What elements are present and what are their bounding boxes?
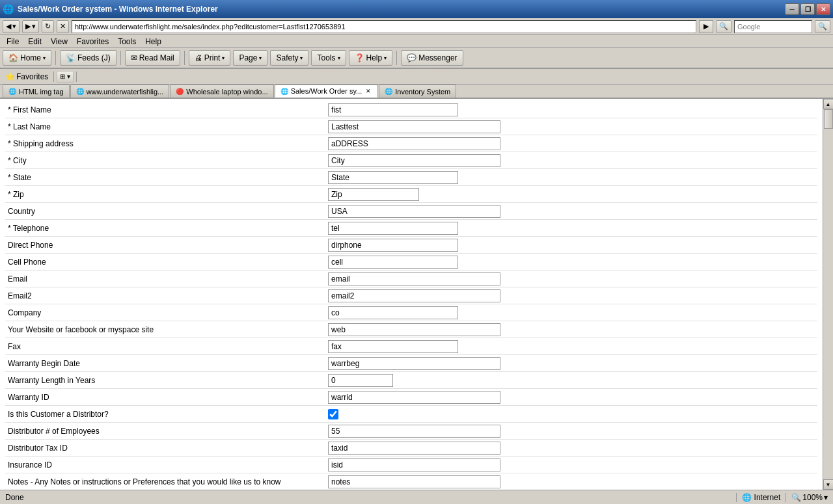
- security-zone: 🌐 Internet: [736, 493, 781, 502]
- messenger-button[interactable]: 💬 Messenger: [401, 50, 463, 66]
- field-input[interactable]: [328, 205, 500, 218]
- menu-file[interactable]: File: [3, 36, 23, 47]
- tab-sales-work-order[interactable]: 🌐 Sales/Work Order sy... ✕: [275, 85, 379, 98]
- field-input[interactable]: [328, 171, 458, 184]
- separator-3: [184, 51, 185, 65]
- home-button[interactable]: 🏠 Home ▾: [3, 50, 51, 66]
- field-input[interactable]: [328, 120, 500, 133]
- tab-sales-icon: 🌐: [280, 88, 288, 95]
- field-input[interactable]: [328, 374, 393, 387]
- tab-html-img-label: HTML img tag: [19, 88, 64, 96]
- safety-dropdown-arrow: ▾: [300, 55, 303, 61]
- field-input[interactable]: [328, 222, 458, 235]
- search-go-button[interactable]: 🔍: [815, 20, 830, 33]
- go-button[interactable]: ▶: [699, 20, 713, 33]
- feeds-button[interactable]: 📡 Feeds (J): [60, 50, 116, 66]
- refresh-button[interactable]: ↻: [42, 20, 54, 33]
- field-input[interactable]: [328, 188, 419, 201]
- messenger-icon: 💬: [407, 53, 416, 62]
- tab-html-img-icon: 🌐: [8, 88, 16, 95]
- tab-underwaterfishlig[interactable]: 🌐 www.underwaterfishlig...: [70, 85, 170, 98]
- minimize-button[interactable]: ─: [785, 3, 799, 15]
- tab-inventory[interactable]: 🌐 Inventory System: [379, 85, 456, 98]
- field-input[interactable]: [328, 442, 500, 455]
- help-button[interactable]: ❓ Help ▾: [349, 50, 393, 66]
- window-title: Sales/Work Order system - Windows Intern…: [18, 5, 785, 14]
- field-input[interactable]: [328, 323, 500, 336]
- favorites-button[interactable]: ⭐ Favorites: [3, 71, 51, 83]
- tools-button[interactable]: Tools ▾: [311, 50, 346, 66]
- form-row: Fax: [5, 338, 817, 355]
- back-button[interactable]: ◀ ▾: [3, 20, 20, 33]
- zoom-control[interactable]: 🔍 100% ▾: [785, 493, 828, 502]
- stop-button[interactable]: ✕: [57, 20, 69, 33]
- restore-button[interactable]: ❐: [800, 3, 815, 15]
- page-button[interactable]: Page ▾: [233, 50, 267, 66]
- field-label: Distributor # of Employees: [5, 425, 328, 438]
- form-row: Warranty Begin Date: [5, 355, 817, 372]
- field-input[interactable]: [328, 256, 458, 269]
- safety-button[interactable]: Safety ▾: [270, 50, 308, 66]
- fav-separator-2: [76, 72, 77, 82]
- tab-sales-close[interactable]: ✕: [364, 88, 372, 94]
- print-button[interactable]: 🖨 Print ▾: [189, 50, 231, 66]
- form-row: Warranty Length in Years: [5, 372, 817, 389]
- forward-button[interactable]: ▶ ▾: [22, 20, 39, 33]
- menu-tools[interactable]: Tools: [114, 36, 140, 47]
- tools-dropdown-arrow: ▾: [338, 55, 340, 61]
- field-label: * Telephone: [5, 222, 328, 235]
- menu-edit[interactable]: Edit: [24, 36, 46, 47]
- field-input[interactable]: [328, 391, 500, 404]
- menu-view[interactable]: View: [47, 36, 72, 47]
- fav-grid-button[interactable]: ⊞ ▾: [57, 71, 74, 83]
- close-button[interactable]: ✕: [816, 3, 830, 15]
- home-dropdown-arrow: ▾: [43, 55, 46, 61]
- field-input[interactable]: [328, 137, 500, 150]
- form-row: Is this Customer a Distribtor?: [5, 406, 817, 423]
- search-icon-btn[interactable]: 🔍: [716, 20, 731, 33]
- field-input[interactable]: [328, 475, 500, 488]
- field-input[interactable]: [328, 154, 500, 167]
- field-label: Email2: [5, 289, 328, 302]
- address-input[interactable]: [72, 20, 696, 33]
- address-bar: ◀ ▾ ▶ ▾ ↻ ✕ ▶ 🔍 🔍: [0, 18, 833, 35]
- tab-inventory-label: Inventory System: [395, 88, 450, 96]
- field-input[interactable]: [328, 289, 500, 302]
- field-input[interactable]: [328, 306, 458, 319]
- field-label: * First Name: [5, 103, 328, 116]
- status-bar: Done 🌐 Internet 🔍 100% ▾: [0, 490, 833, 504]
- field-label: Warranty Begin Date: [5, 357, 328, 370]
- mail-icon: ✉: [131, 53, 137, 62]
- form-row: Your Website or facebook or myspace site: [5, 321, 817, 338]
- form-row: Insurance ID: [5, 457, 817, 473]
- menu-help[interactable]: Help: [141, 36, 165, 47]
- field-input[interactable]: [328, 340, 458, 353]
- menu-favorites[interactable]: Favorites: [73, 36, 113, 47]
- form-row: Email2: [5, 287, 817, 304]
- field-label: Cell Phone: [5, 256, 328, 269]
- internet-icon: 🌐: [742, 493, 752, 502]
- tab-wholesale-laptop[interactable]: 🔴 Wholesale laptop windo...: [170, 85, 273, 98]
- field-input[interactable]: [328, 103, 458, 116]
- form-row: * Telephone: [5, 220, 817, 237]
- field-input[interactable]: [328, 357, 500, 370]
- field-input[interactable]: [328, 272, 500, 285]
- distributor-checkbox[interactable]: [328, 409, 338, 419]
- field-label: Fax: [5, 340, 328, 353]
- star-icon: ⭐: [5, 72, 15, 81]
- field-label: Notes - Any Notes or instructions or Pre…: [5, 475, 328, 488]
- scroll-up-button[interactable]: ▲: [823, 99, 834, 109]
- zoom-dropdown-arrow: ▾: [824, 493, 828, 502]
- field-input[interactable]: [328, 239, 458, 252]
- field-label: Email: [5, 272, 328, 285]
- read-mail-button[interactable]: ✉ Read Mail: [125, 50, 180, 66]
- tab-html-img[interactable]: 🌐 HTML img tag: [3, 85, 70, 98]
- form-row: Country: [5, 203, 817, 220]
- scroll-down-button[interactable]: ▼: [823, 479, 834, 490]
- scroll-thumb[interactable]: [824, 109, 833, 129]
- tab-inventory-icon: 🌐: [385, 88, 392, 95]
- tab-sales-label: Sales/Work Order sy...: [291, 87, 362, 95]
- search-input[interactable]: [734, 20, 812, 33]
- field-input[interactable]: [328, 425, 500, 438]
- field-input[interactable]: [328, 458, 500, 471]
